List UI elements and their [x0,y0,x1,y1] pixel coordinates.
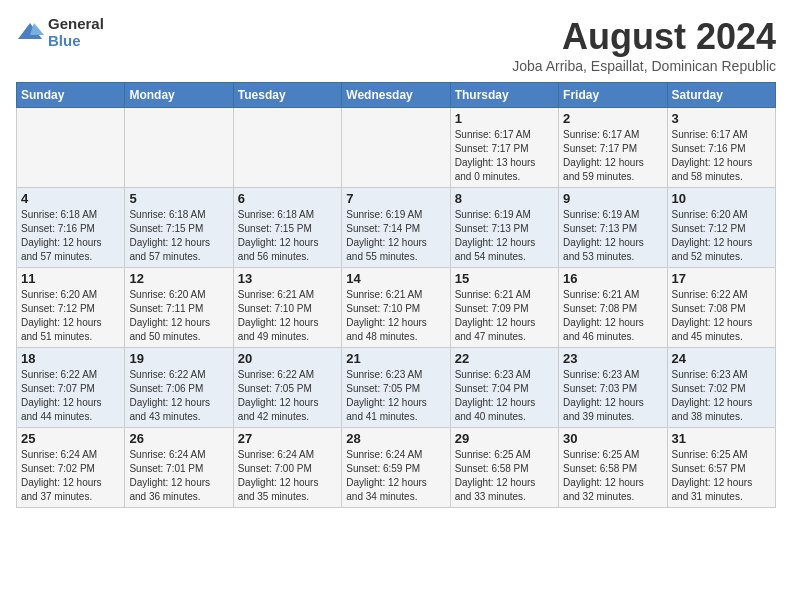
day-info: Sunrise: 6:24 AM Sunset: 7:01 PM Dayligh… [129,448,228,504]
calendar-cell: 21Sunrise: 6:23 AM Sunset: 7:05 PM Dayli… [342,348,450,428]
calendar-cell: 25Sunrise: 6:24 AM Sunset: 7:02 PM Dayli… [17,428,125,508]
day-number: 12 [129,271,228,286]
day-info: Sunrise: 6:20 AM Sunset: 7:12 PM Dayligh… [21,288,120,344]
day-info: Sunrise: 6:17 AM Sunset: 7:16 PM Dayligh… [672,128,771,184]
day-number: 22 [455,351,554,366]
calendar-cell: 15Sunrise: 6:21 AM Sunset: 7:09 PM Dayli… [450,268,558,348]
calendar-cell: 12Sunrise: 6:20 AM Sunset: 7:11 PM Dayli… [125,268,233,348]
calendar-cell: 8Sunrise: 6:19 AM Sunset: 7:13 PM Daylig… [450,188,558,268]
calendar-cell [17,108,125,188]
calendar-cell [125,108,233,188]
calendar-cell: 31Sunrise: 6:25 AM Sunset: 6:57 PM Dayli… [667,428,775,508]
day-number: 25 [21,431,120,446]
weekday-header-monday: Monday [125,83,233,108]
logo-text: General Blue [48,16,104,49]
day-number: 9 [563,191,662,206]
day-info: Sunrise: 6:18 AM Sunset: 7:16 PM Dayligh… [21,208,120,264]
calendar-cell: 24Sunrise: 6:23 AM Sunset: 7:02 PM Dayli… [667,348,775,428]
day-number: 30 [563,431,662,446]
day-info: Sunrise: 6:21 AM Sunset: 7:08 PM Dayligh… [563,288,662,344]
calendar-cell: 23Sunrise: 6:23 AM Sunset: 7:03 PM Dayli… [559,348,667,428]
logo: General Blue [16,16,104,49]
calendar-cell: 22Sunrise: 6:23 AM Sunset: 7:04 PM Dayli… [450,348,558,428]
day-number: 10 [672,191,771,206]
logo-general: General [48,16,104,33]
calendar-cell: 27Sunrise: 6:24 AM Sunset: 7:00 PM Dayli… [233,428,341,508]
day-number: 17 [672,271,771,286]
calendar-table: SundayMondayTuesdayWednesdayThursdayFrid… [16,82,776,508]
calendar-cell: 30Sunrise: 6:25 AM Sunset: 6:58 PM Dayli… [559,428,667,508]
calendar-cell: 9Sunrise: 6:19 AM Sunset: 7:13 PM Daylig… [559,188,667,268]
day-number: 14 [346,271,445,286]
day-number: 18 [21,351,120,366]
calendar-cell: 19Sunrise: 6:22 AM Sunset: 7:06 PM Dayli… [125,348,233,428]
day-info: Sunrise: 6:23 AM Sunset: 7:03 PM Dayligh… [563,368,662,424]
day-info: Sunrise: 6:21 AM Sunset: 7:09 PM Dayligh… [455,288,554,344]
day-number: 31 [672,431,771,446]
day-info: Sunrise: 6:24 AM Sunset: 7:00 PM Dayligh… [238,448,337,504]
day-info: Sunrise: 6:22 AM Sunset: 7:08 PM Dayligh… [672,288,771,344]
calendar-cell: 6Sunrise: 6:18 AM Sunset: 7:15 PM Daylig… [233,188,341,268]
day-info: Sunrise: 6:20 AM Sunset: 7:12 PM Dayligh… [672,208,771,264]
calendar-cell: 13Sunrise: 6:21 AM Sunset: 7:10 PM Dayli… [233,268,341,348]
calendar-cell: 28Sunrise: 6:24 AM Sunset: 6:59 PM Dayli… [342,428,450,508]
day-number: 7 [346,191,445,206]
page-header: General Blue August 2024 Joba Arriba, Es… [16,16,776,74]
day-info: Sunrise: 6:25 AM Sunset: 6:57 PM Dayligh… [672,448,771,504]
calendar-cell: 29Sunrise: 6:25 AM Sunset: 6:58 PM Dayli… [450,428,558,508]
title-area: August 2024 Joba Arriba, Espaillat, Domi… [512,16,776,74]
location-title: Joba Arriba, Espaillat, Dominican Republ… [512,58,776,74]
calendar-cell: 18Sunrise: 6:22 AM Sunset: 7:07 PM Dayli… [17,348,125,428]
day-info: Sunrise: 6:23 AM Sunset: 7:05 PM Dayligh… [346,368,445,424]
day-number: 6 [238,191,337,206]
day-number: 23 [563,351,662,366]
weekday-header-friday: Friday [559,83,667,108]
day-number: 24 [672,351,771,366]
calendar-week-row: 1Sunrise: 6:17 AM Sunset: 7:17 PM Daylig… [17,108,776,188]
day-number: 3 [672,111,771,126]
day-info: Sunrise: 6:20 AM Sunset: 7:11 PM Dayligh… [129,288,228,344]
day-info: Sunrise: 6:18 AM Sunset: 7:15 PM Dayligh… [129,208,228,264]
day-info: Sunrise: 6:21 AM Sunset: 7:10 PM Dayligh… [346,288,445,344]
day-number: 26 [129,431,228,446]
day-number: 16 [563,271,662,286]
day-info: Sunrise: 6:22 AM Sunset: 7:07 PM Dayligh… [21,368,120,424]
weekday-header-saturday: Saturday [667,83,775,108]
weekday-header-row: SundayMondayTuesdayWednesdayThursdayFrid… [17,83,776,108]
calendar-cell: 16Sunrise: 6:21 AM Sunset: 7:08 PM Dayli… [559,268,667,348]
calendar-cell [342,108,450,188]
weekday-header-sunday: Sunday [17,83,125,108]
weekday-header-thursday: Thursday [450,83,558,108]
day-number: 28 [346,431,445,446]
day-info: Sunrise: 6:19 AM Sunset: 7:13 PM Dayligh… [455,208,554,264]
calendar-cell: 1Sunrise: 6:17 AM Sunset: 7:17 PM Daylig… [450,108,558,188]
calendar-cell: 5Sunrise: 6:18 AM Sunset: 7:15 PM Daylig… [125,188,233,268]
month-title: August 2024 [512,16,776,58]
day-info: Sunrise: 6:19 AM Sunset: 7:14 PM Dayligh… [346,208,445,264]
calendar-cell: 2Sunrise: 6:17 AM Sunset: 7:17 PM Daylig… [559,108,667,188]
calendar-week-row: 4Sunrise: 6:18 AM Sunset: 7:16 PM Daylig… [17,188,776,268]
day-info: Sunrise: 6:19 AM Sunset: 7:13 PM Dayligh… [563,208,662,264]
day-info: Sunrise: 6:23 AM Sunset: 7:04 PM Dayligh… [455,368,554,424]
day-info: Sunrise: 6:18 AM Sunset: 7:15 PM Dayligh… [238,208,337,264]
calendar-cell: 4Sunrise: 6:18 AM Sunset: 7:16 PM Daylig… [17,188,125,268]
day-number: 11 [21,271,120,286]
calendar-cell: 14Sunrise: 6:21 AM Sunset: 7:10 PM Dayli… [342,268,450,348]
day-number: 2 [563,111,662,126]
calendar-cell: 26Sunrise: 6:24 AM Sunset: 7:01 PM Dayli… [125,428,233,508]
calendar-cell: 20Sunrise: 6:22 AM Sunset: 7:05 PM Dayli… [233,348,341,428]
day-number: 27 [238,431,337,446]
day-info: Sunrise: 6:24 AM Sunset: 6:59 PM Dayligh… [346,448,445,504]
day-number: 21 [346,351,445,366]
day-info: Sunrise: 6:25 AM Sunset: 6:58 PM Dayligh… [455,448,554,504]
day-info: Sunrise: 6:24 AM Sunset: 7:02 PM Dayligh… [21,448,120,504]
day-number: 4 [21,191,120,206]
logo-icon [16,19,44,47]
weekday-header-tuesday: Tuesday [233,83,341,108]
day-number: 1 [455,111,554,126]
logo-blue: Blue [48,33,104,50]
day-info: Sunrise: 6:22 AM Sunset: 7:05 PM Dayligh… [238,368,337,424]
calendar-week-row: 11Sunrise: 6:20 AM Sunset: 7:12 PM Dayli… [17,268,776,348]
calendar-cell: 3Sunrise: 6:17 AM Sunset: 7:16 PM Daylig… [667,108,775,188]
day-number: 5 [129,191,228,206]
